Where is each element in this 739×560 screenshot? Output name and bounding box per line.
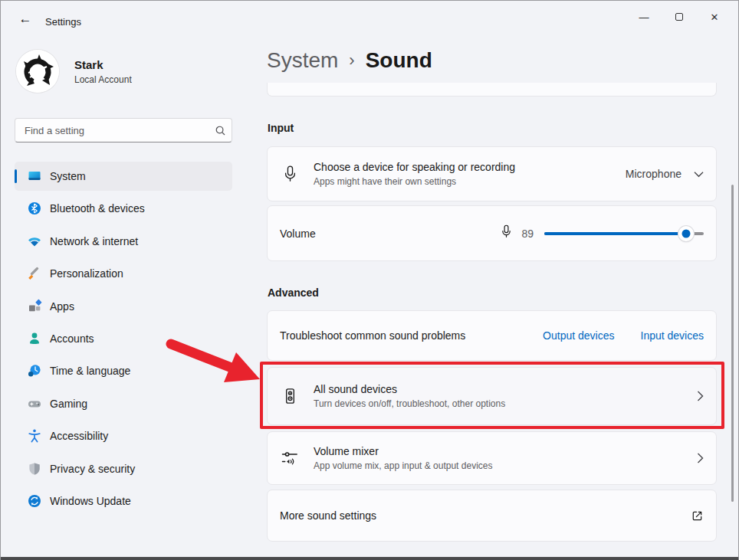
- settings-window: ← Settings — ✕ St: [0, 0, 739, 560]
- volume-slider[interactable]: [544, 232, 704, 235]
- choose-device-row[interactable]: Choose a device for speaking or recordin…: [267, 146, 717, 201]
- sidebar-item-label: Accounts: [50, 332, 94, 345]
- chevron-right-icon: [697, 391, 704, 401]
- sidebar-item-bluetooth-devices[interactable]: Bluetooth & devices: [15, 194, 232, 223]
- troubleshoot-title: Troubleshoot common sound problems: [280, 329, 465, 342]
- volume-mic-icon[interactable]: [501, 224, 512, 243]
- privacy-security-icon: [27, 461, 42, 476]
- volume-row: Volume 89: [267, 205, 717, 261]
- back-button[interactable]: ←: [13, 10, 38, 28]
- window-bottom-edge: [1, 557, 738, 560]
- gaming-icon: [27, 396, 42, 411]
- user-card[interactable]: Stark Local Account: [16, 50, 132, 93]
- section-header-advanced: Advanced: [268, 287, 319, 299]
- back-arrow-icon: ←: [19, 11, 32, 26]
- volume-value: 89: [520, 228, 534, 240]
- personalization-icon: [27, 266, 42, 281]
- sidebar-item-system[interactable]: System: [15, 162, 232, 191]
- minimize-button[interactable]: —: [626, 4, 662, 30]
- sidebar-nav: System Bluetooth & devices Network & int…: [15, 162, 232, 519]
- user-account-type: Local Account: [74, 74, 132, 85]
- search-icon[interactable]: [209, 125, 232, 136]
- search-box: [15, 118, 232, 142]
- sidebar-item-accounts[interactable]: Accounts: [15, 324, 232, 353]
- close-icon: ✕: [711, 11, 719, 23]
- breadcrumb: System › Sound: [267, 48, 432, 73]
- sidebar-item-label: Network & internet: [50, 235, 138, 247]
- bluetooth-icon: [27, 201, 42, 216]
- sidebar-item-accessibility[interactable]: Accessibility: [15, 421, 232, 450]
- main-content: System › Sound Input Choose a device for…: [267, 34, 717, 560]
- accounts-icon: [27, 331, 42, 346]
- device-dropdown[interactable]: Microphone: [626, 168, 704, 180]
- volume-slider-fill: [544, 232, 686, 235]
- search-input[interactable]: [15, 125, 209, 136]
- breadcrumb-system[interactable]: System: [267, 48, 338, 73]
- accessibility-icon: [27, 428, 42, 444]
- sidebar-item-personalization[interactable]: Personalization: [15, 259, 232, 288]
- volume-mixer-row[interactable]: Volume mixer App volume mix, app input &…: [267, 431, 717, 485]
- maximize-icon: [675, 13, 683, 21]
- sidebar-item-label: Accessibility: [50, 430, 108, 442]
- output-devices-link[interactable]: Output devices: [543, 329, 614, 342]
- sidebar-item-privacy-security[interactable]: Privacy & security: [15, 454, 232, 483]
- minimize-icon: —: [639, 11, 649, 23]
- window-title: Settings: [45, 16, 81, 28]
- more-sound-settings-title: More sound settings: [280, 509, 376, 522]
- choose-device-title: Choose a device for speaking or recordin…: [314, 161, 515, 173]
- microphone-icon: [280, 165, 300, 184]
- close-button[interactable]: ✕: [697, 4, 732, 30]
- sidebar-item-label: Time & language: [50, 365, 130, 377]
- window-controls: — ✕: [626, 4, 732, 30]
- sidebar-item-gaming[interactable]: Gaming: [15, 389, 232, 418]
- choose-device-subtitle: Apps might have their own settings: [314, 176, 515, 187]
- sidebar-item-apps[interactable]: Apps: [15, 292, 232, 321]
- previous-card-partial: [267, 83, 717, 97]
- volume-mixer-subtitle: App volume mix, app input & output devic…: [314, 460, 492, 471]
- sidebar-item-label: Gaming: [50, 398, 87, 410]
- volume-mixer-icon: [280, 449, 300, 467]
- all-sound-devices-row[interactable]: All sound devices Turn devices on/off, t…: [267, 367, 717, 425]
- system-icon: [27, 169, 42, 184]
- chevron-down-icon: [694, 171, 704, 178]
- breadcrumb-separator-icon: ›: [349, 51, 354, 70]
- vertical-scrollbar[interactable]: [731, 185, 734, 502]
- volume-label: Volume: [280, 228, 316, 240]
- sidebar-item-label: Privacy & security: [50, 463, 135, 475]
- troubleshoot-row: Troubleshoot common sound problems Outpu…: [267, 310, 717, 361]
- user-name: Stark: [74, 58, 132, 71]
- apps-icon: [27, 299, 42, 314]
- time-language-icon: [27, 363, 42, 378]
- sidebar-item-time-language[interactable]: Time & language: [15, 356, 232, 385]
- device-dropdown-value: Microphone: [626, 168, 682, 180]
- sidebar-item-label: Windows Update: [50, 495, 131, 507]
- volume-mixer-title: Volume mixer: [314, 445, 492, 457]
- titlebar: ← Settings — ✕: [1, 1, 738, 34]
- all-sound-devices-title: All sound devices: [314, 383, 505, 395]
- sidebar-item-label: Apps: [50, 300, 74, 313]
- chevron-right-icon: [697, 453, 704, 463]
- windows-update-icon: [27, 493, 42, 509]
- sidebar-item-label: Personalization: [50, 267, 123, 280]
- section-header-input: Input: [268, 122, 294, 134]
- volume-slider-thumb[interactable]: [678, 226, 694, 241]
- maximize-button[interactable]: [662, 4, 697, 30]
- sidebar: Stark Local Account System Bluetooth &: [1, 34, 246, 560]
- sidebar-item-label: Bluetooth & devices: [50, 202, 145, 215]
- sidebar-item-label: System: [50, 170, 86, 182]
- page-title: Sound: [366, 48, 432, 73]
- sidebar-item-windows-update[interactable]: Windows Update: [15, 486, 232, 516]
- network-icon: [27, 234, 42, 249]
- more-sound-settings-row[interactable]: More sound settings: [267, 490, 717, 542]
- external-link-icon: [691, 509, 704, 522]
- all-sound-devices-subtitle: Turn devices on/off, troubleshoot, other…: [314, 398, 505, 409]
- sidebar-item-network-internet[interactable]: Network & internet: [15, 227, 232, 256]
- speaker-icon: [280, 387, 300, 406]
- avatar: [16, 50, 59, 93]
- input-devices-link[interactable]: Input devices: [641, 329, 705, 342]
